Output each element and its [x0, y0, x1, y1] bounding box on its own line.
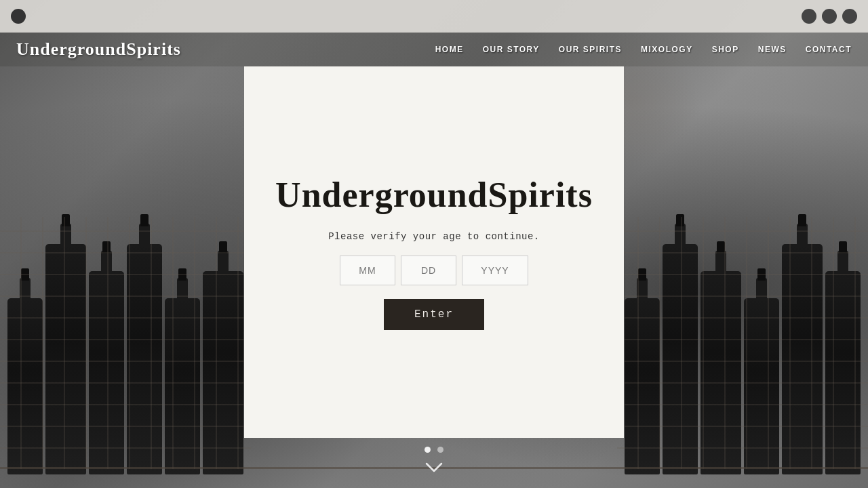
top-bar-right: [802, 9, 857, 24]
rack-left: [0, 217, 251, 469]
carousel-dot-1[interactable]: [425, 447, 431, 453]
top-bar-left: [11, 9, 26, 24]
carousel-dot-2[interactable]: [437, 447, 443, 453]
window-control-3[interactable]: [842, 9, 857, 24]
site-header: UndergroundSpirits HOME OUR STORY OUR SP…: [0, 33, 868, 66]
window-control-1[interactable]: [802, 9, 816, 24]
nav-mixology[interactable]: MIXOLOGY: [641, 45, 693, 54]
age-verification-modal: UndergroundSpirits Please verify your ag…: [244, 66, 624, 438]
month-input[interactable]: [340, 256, 395, 285]
nav-contact[interactable]: CONTACT: [806, 45, 852, 54]
modal-subtitle: Please verify your age to continue.: [328, 231, 540, 242]
top-bar: [0, 0, 868, 33]
date-input-group: [340, 256, 528, 285]
rack-right: [617, 217, 868, 469]
window-control-close[interactable]: [11, 9, 26, 24]
nav-shop[interactable]: SHOP: [712, 45, 739, 54]
day-input[interactable]: [401, 256, 456, 285]
year-input[interactable]: [462, 256, 528, 285]
carousel-dots: [425, 447, 443, 453]
enter-button[interactable]: Enter: [384, 299, 484, 330]
nav-our-spirits[interactable]: OUR SPIRITS: [559, 45, 622, 54]
scroll-down-arrow[interactable]: [425, 461, 443, 479]
modal-logo: UndergroundSpirits: [275, 175, 593, 215]
nav-home[interactable]: HOME: [435, 45, 464, 54]
window-control-2[interactable]: [822, 9, 837, 24]
site-logo[interactable]: UndergroundSpirits: [16, 39, 181, 60]
nav-news[interactable]: NEWS: [758, 45, 787, 54]
nav-our-story[interactable]: OUR STORY: [483, 45, 540, 54]
main-nav: HOME OUR STORY OUR SPIRITS MIXOLOGY SHOP…: [435, 45, 852, 54]
